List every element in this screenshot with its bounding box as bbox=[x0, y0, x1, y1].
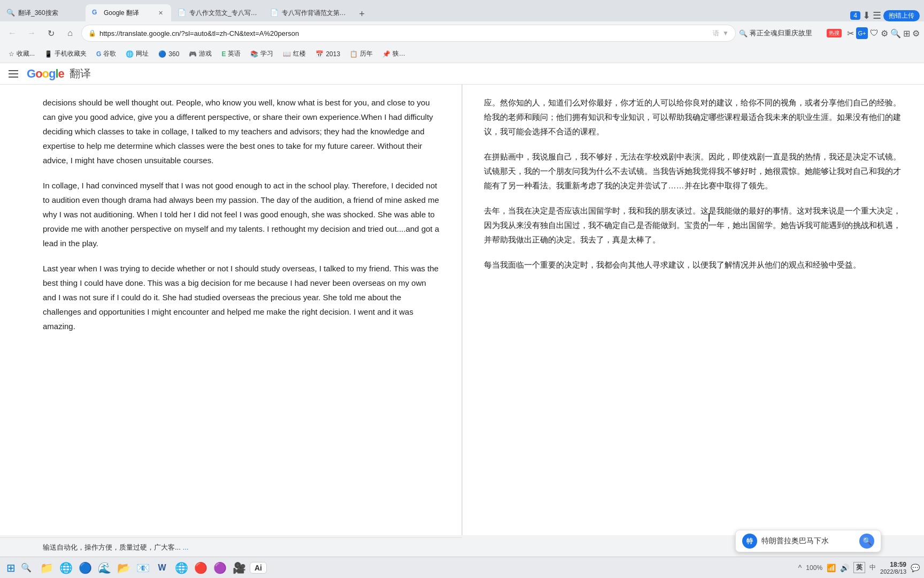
scissors-icon[interactable]: ✂ bbox=[847, 28, 854, 39]
tray-up-arrow[interactable]: ^ bbox=[798, 564, 802, 572]
bookmark-url[interactable]: 🌐 网址 bbox=[121, 47, 153, 60]
ai-badge-container: Ai bbox=[250, 562, 267, 574]
ime-language[interactable]: 英 bbox=[853, 562, 865, 573]
taskbar-app1[interactable]: 🔴 bbox=[192, 559, 209, 576]
english-panel: decisions should be well thought out. Pe… bbox=[0, 85, 462, 535]
bookmark-narrow[interactable]: 📌 狭… bbox=[378, 47, 410, 60]
bookmarks-bar: ☆ 收藏... 📱 手机收藏夹 G 谷歌 🌐 网址 🔵 360 🎮 游戏 E 英… bbox=[0, 45, 924, 63]
honglu-icon: 📖 bbox=[283, 50, 291, 58]
bookmark-360[interactable]: 🔵 360 bbox=[154, 48, 183, 60]
taskbar-left: ⊞ 🔍 bbox=[4, 561, 34, 574]
start-button[interactable]: ⊞ bbox=[4, 561, 18, 574]
taskbar-search[interactable]: 🔍 bbox=[19, 562, 34, 573]
tab-title-google: Google 翻译 bbox=[104, 9, 153, 18]
home-button[interactable]: ⌂ bbox=[62, 25, 78, 41]
bookmark-2013[interactable]: 📅 2013 bbox=[311, 48, 344, 60]
ext2-icon[interactable]: ⚙ bbox=[881, 28, 888, 39]
shield-icon[interactable]: 🛡 bbox=[870, 28, 879, 38]
tab-title-zhuanba2: 专八写作背诵范文第… bbox=[282, 9, 346, 18]
grid-icon[interactable]: ⊞ bbox=[903, 28, 910, 39]
system-tray: ^ 100% 📶 🔊 英 中 18:59 2022/8/13 💬 bbox=[798, 561, 920, 575]
tab-360[interactable]: 🔍 翻译_360搜索 bbox=[0, 4, 86, 21]
taskbar-browser2[interactable]: 🌐 bbox=[173, 559, 190, 576]
taskbar-video[interactable]: 🎥 bbox=[230, 559, 248, 576]
bookmark-history[interactable]: 📋 历年 bbox=[345, 47, 377, 60]
bookmark-label-study: 学习 bbox=[260, 49, 273, 58]
widget-search-input[interactable] bbox=[761, 537, 855, 545]
star-icon: ☆ bbox=[9, 50, 14, 58]
tab-favicon-google: G bbox=[92, 9, 101, 17]
taskbar-folder[interactable]: 📂 bbox=[115, 559, 132, 576]
study-icon: 📚 bbox=[250, 50, 258, 58]
tab-zhuanba2[interactable]: 📄 专八写作背诵范文第… bbox=[264, 4, 352, 21]
bookmark-label-2013: 2013 bbox=[326, 50, 340, 58]
tab-favicon-zhuanba1: 📄 bbox=[178, 9, 186, 17]
chinese-paragraph-3: 去年，当我在决定是否应该出国留学时，我和我的朋友谈过。这是我能做的最好的事情。这… bbox=[484, 203, 903, 247]
search2-icon[interactable]: 🔍 bbox=[890, 28, 901, 39]
forward-button[interactable]: → bbox=[24, 25, 40, 41]
search-icon: 🔍 bbox=[739, 29, 748, 37]
bookmark-label-url: 网址 bbox=[136, 49, 149, 58]
extensions-area: ✂ G+ 🛡 ⚙ 🔍 ⊞ ⚙ bbox=[847, 27, 920, 39]
search-input[interactable] bbox=[750, 29, 825, 37]
menu-icon: ☰ bbox=[873, 10, 881, 21]
english-paragraph-1: decisions should be well thought out. Pe… bbox=[43, 95, 440, 168]
taskbar-ie[interactable]: 🌐 bbox=[57, 559, 74, 576]
tab-zhuanba1[interactable]: 📄 专八作文范文_专八写… bbox=[171, 4, 264, 21]
ext1-icon[interactable]: G+ bbox=[856, 27, 868, 39]
tab-close-google[interactable]: ✕ bbox=[156, 9, 165, 17]
settings-icon[interactable]: ⚙ bbox=[912, 28, 920, 39]
bookmark-google[interactable]: G 谷歌 bbox=[92, 47, 120, 60]
bookmark-label-google: 谷歌 bbox=[103, 49, 116, 58]
bottom-ellipsis[interactable]: ... bbox=[183, 543, 189, 551]
clock-area: 18:59 2022/8/13 bbox=[880, 561, 906, 575]
new-tab-button[interactable]: + bbox=[355, 6, 369, 21]
windows-taskbar: ⊞ 🔍 📁 🌐 🔵 🌊 📂 📧 W 🌐 🔴 🟣 🎥 Ai ^ 100% 📶 🔊 … bbox=[0, 557, 924, 578]
refresh-button[interactable]: ↻ bbox=[43, 25, 59, 41]
bookmark-study[interactable]: 📚 学习 bbox=[246, 47, 278, 60]
google-icon: G bbox=[96, 50, 101, 58]
bookmark-mobile[interactable]: 📱 手机收藏夹 bbox=[40, 47, 91, 60]
bookmark-label-narrow: 狭… bbox=[392, 49, 405, 58]
taskbar-edge[interactable]: 🌊 bbox=[96, 559, 113, 576]
widget-search-button[interactable]: 🔍 bbox=[859, 534, 874, 549]
bookmark-favorites[interactable]: ☆ 收藏... bbox=[4, 47, 39, 60]
search-icon: 🔍 bbox=[863, 537, 872, 545]
taskbar-email[interactable]: 📧 bbox=[134, 559, 151, 576]
text-cursor bbox=[709, 213, 713, 222]
taskbar-apps: 📁 🌐 🔵 🌊 📂 📧 W 🌐 🔴 🟣 🎥 bbox=[38, 559, 248, 576]
notifications-icon[interactable]: 💬 bbox=[911, 564, 920, 572]
bottom-status-bar: 输送自动化，操作方便，质量过硬，广大客... ... bbox=[0, 537, 462, 557]
address-lang-icon: 语 bbox=[713, 29, 719, 38]
floating-widget: 特 🔍 bbox=[735, 530, 881, 552]
address-bar[interactable]: 🔒 https://translate.google.cn/?sl=auto&t… bbox=[81, 25, 736, 42]
bookmark-games[interactable]: 🎮 游戏 bbox=[184, 47, 216, 60]
calendar-icon: 📅 bbox=[315, 50, 324, 58]
tab-count: 4 bbox=[850, 11, 860, 20]
taskbar-360[interactable]: 🔵 bbox=[76, 559, 94, 576]
main-content: decisions should be well thought out. Pe… bbox=[0, 85, 924, 535]
back-button[interactable]: ← bbox=[4, 25, 20, 41]
nav-bar: ← → ↻ ⌂ 🔒 https://translate.google.cn/?s… bbox=[0, 21, 924, 45]
bookmark-label-mobile: 手机收藏夹 bbox=[55, 49, 87, 58]
tab-favicon-360: 🔍 bbox=[6, 9, 15, 17]
chinese-paragraph-1: 应。然你知的人，知道们么对你最好，你才近的人可以给你良对的建议，给你不同的视角，… bbox=[484, 95, 903, 139]
tab-title-zhuanba1: 专八作文范文_专八写… bbox=[189, 9, 257, 18]
upload-button[interactable]: 抱错上传 bbox=[883, 10, 920, 21]
ime-icon[interactable]: 中 bbox=[869, 563, 876, 572]
zoom-level: 100% bbox=[806, 564, 822, 572]
bookmark-label-history: 历年 bbox=[360, 49, 373, 58]
tab-google-translate[interactable]: G Google 翻译 ✕ bbox=[86, 4, 171, 21]
taskbar-word[interactable]: W bbox=[153, 559, 171, 576]
bookmark-label-honglu: 红楼 bbox=[293, 49, 306, 58]
taskbar-file-explorer[interactable]: 📁 bbox=[38, 559, 55, 576]
google-logo: Google bbox=[27, 67, 64, 81]
volume-icon: 🔊 bbox=[840, 564, 849, 572]
bookmark-honglu[interactable]: 📖 红楼 bbox=[279, 47, 310, 60]
360-icon: 🔵 bbox=[158, 50, 166, 58]
taskbar-app2[interactable]: 🟣 bbox=[211, 559, 228, 576]
ai-badge[interactable]: Ai bbox=[250, 562, 267, 574]
english-paragraph-3: Last year when I was trying to decide wh… bbox=[43, 261, 440, 333]
bookmark-english[interactable]: E 英语 bbox=[217, 47, 245, 60]
hamburger-menu[interactable] bbox=[9, 70, 21, 78]
